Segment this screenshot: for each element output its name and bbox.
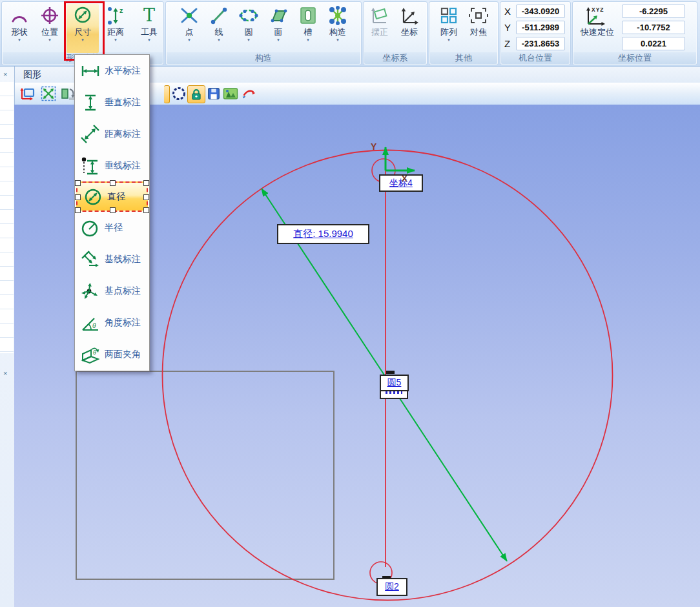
lock-button[interactable] [187,85,205,103]
ribbon-group-other: 阵列 ▼ 对焦 其他 [429,1,499,65]
tab-graphics[interactable]: 图形 [19,67,45,83]
point-icon [180,4,199,27]
position-button[interactable]: 位置 ▼ [36,4,64,53]
coordinate-axes-icon [399,4,420,27]
fit-view-button[interactable] [40,85,57,102]
circle-button[interactable]: 圆 ▼ [234,4,263,53]
selection-handle [143,194,149,200]
point-button[interactable]: 点 ▼ [175,4,203,53]
shape-arc-icon [10,4,29,27]
partially-hidden-toolbar-button[interactable] [164,85,170,103]
selection-circle-button[interactable] [170,85,187,102]
rotate-arrow-icon [240,85,257,102]
axis-x-letter: X [402,174,407,183]
selection-handle [143,180,149,186]
chevron-down-icon: ▼ [48,37,52,43]
distance-dim-icon [79,123,101,145]
occluded-label-text [386,391,402,394]
diameter-dimension-line[interactable] [384,375,507,562]
line-icon [209,4,229,27]
basepoint-dim-icon [79,280,101,302]
menu-item-diameter[interactable]: 直径 [76,181,148,212]
cmm-application-window: 形状 ▼ 位置 ▼ 尺寸 ▼ z [0,0,700,607]
vertical-dim-icon [79,92,101,114]
circle5-label[interactable]: 圆5 [380,375,409,391]
save-button[interactable] [205,85,222,102]
ribbon-group-coordinate-position: XYZ 快速定位 -6.2295 -10.7752 0.0221 坐标位置 [572,1,697,65]
construct-button[interactable]: 构造 ▼ [324,4,352,53]
tools-t-icon: T [139,4,159,27]
chevron-down-icon: ▼ [247,37,251,43]
diameter-icon [82,186,104,208]
selection-circle-icon [170,85,187,102]
coordinate4-label[interactable]: 坐标4 [379,174,423,192]
ribbon-group-machine-position: X -343.0920 Y -511.2989 Z -231.8653 机台位置 [500,1,571,65]
focus-icon [468,4,489,27]
align-button[interactable]: 摆正 [366,4,393,53]
baseline-dim-icon [79,249,101,271]
chevron-down-icon: ▼ [81,37,85,43]
plane-button[interactable]: 面 ▼ [264,4,293,53]
radius-icon [79,217,101,239]
chevron-down-icon: ▼ [17,37,21,43]
menu-item-radius[interactable]: 半径 [75,212,149,243]
panel-close-icon[interactable]: × [3,71,7,78]
machine-z-row: Z -231.8653 [504,37,565,50]
reset-view-button[interactable] [19,85,36,102]
chevron-down-icon: ▼ [336,37,340,43]
menu-item-angle-dim[interactable]: θ 角度标注 [75,307,149,338]
scene-image-button[interactable] [222,85,239,102]
axis-y-letter: Y [371,141,376,152]
fit-view-icon [40,85,57,102]
machine-x-row: X -343.0920 [504,5,565,18]
circle2-label[interactable]: 圆2 [376,578,407,596]
diameter-dimension-line[interactable] [262,189,384,375]
group-label: 坐标位置 [573,52,696,64]
selection-handle [110,180,116,186]
chevron-down-icon: ▼ [147,37,151,43]
scene-image-icon [222,85,239,102]
svg-text:θ: θ [93,349,96,356]
construct-cluster-icon [327,4,348,27]
perpendicular-dim-icon [79,155,101,177]
menu-item-vertical-dim[interactable]: 垂直标注 [75,87,149,118]
panel-close-icon[interactable]: × [3,370,7,377]
angle-dim-icon: θ [79,312,101,334]
chevron-down-icon: ▼ [306,37,310,43]
diameter-value-label[interactable]: 直径: 15.9940 [277,224,369,244]
line-button[interactable]: 线 ▼ [205,4,233,53]
slot-button[interactable]: 槽 ▼ [294,4,322,53]
axis-z-label: Z [504,38,516,49]
rotate-view-button[interactable] [240,85,257,102]
dihedral-angle-icon: θ [79,344,101,365]
dimension-button[interactable]: 尺寸 ▼ [67,4,99,53]
distance-z-icon: z [106,4,125,27]
menu-item-horizontal-dim[interactable]: 水平标注 [75,55,149,87]
distance-button[interactable]: z 距离 ▼ [101,4,130,53]
quick-position-button[interactable]: XYZ 快速定位 [574,4,621,53]
chevron-down-icon: ▼ [276,37,280,43]
focus-button[interactable]: 对焦 [464,4,493,53]
menu-item-perpendicular-dim[interactable]: 垂线标注 [75,150,149,181]
group-label: 其他 [430,52,497,64]
array-button[interactable]: 阵列 ▼ [435,4,463,53]
selection-handle [110,207,116,213]
machine-z-value: -231.8653 [516,37,565,50]
machine-x-value: -343.0920 [516,5,565,18]
menu-item-distance-dim[interactable]: 距离标注 [75,118,149,150]
menu-item-dihedral-angle[interactable]: θ 两面夹角 [75,338,149,370]
position-target-icon [40,4,59,27]
selection-rectangle[interactable] [76,371,334,579]
ribbon-group-coordinate-system: 摆正 坐标 坐标系 [363,1,427,65]
svg-text:T: T [143,5,155,25]
diameter-icon [72,4,93,27]
shape-button[interactable]: 形状 ▼ [5,4,34,53]
group-label: 坐标系 [364,52,426,64]
axis-x-label: X [504,6,516,17]
menu-item-baseline-dim[interactable]: 基线标注 [75,243,149,275]
selection-handle [75,207,81,213]
menu-item-basepoint-dim[interactable]: 基点标注 [75,275,149,307]
left-docked-panel-edge: × × [0,67,15,607]
tools-button[interactable]: T 工具 ▼ [135,4,163,53]
coordinate-button[interactable]: 坐标 [396,4,423,53]
